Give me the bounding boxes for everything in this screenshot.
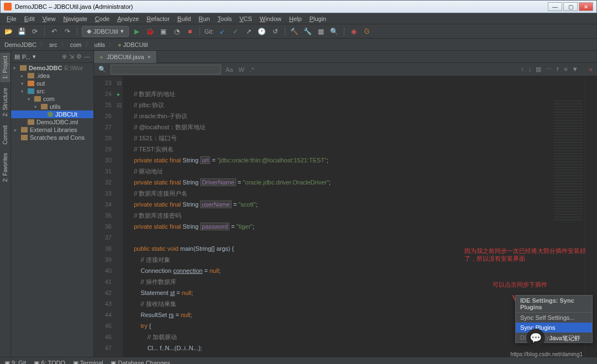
- git-update-icon[interactable]: ↙: [217, 27, 227, 36]
- side-tab-1: Project[interactable]: 1: Project: [1, 53, 10, 82]
- close-find-icon[interactable]: ×: [589, 66, 593, 73]
- find-opt-W[interactable]: W: [238, 66, 244, 73]
- find-input[interactable]: [111, 65, 221, 75]
- code-overview: [554, 101, 583, 222]
- project-tree[interactable]: ▾DemoJDBC E:\Wor▸.idea▾out▾src▾com▾utils…: [11, 63, 93, 143]
- pin-icon[interactable]: ⫯: [556, 66, 559, 73]
- menu-help[interactable]: Help: [286, 14, 305, 23]
- find-opt-Aa[interactable]: Aa: [226, 66, 233, 73]
- project-view-icon[interactable]: ▤: [14, 53, 20, 60]
- find-bar: 🔍 AaW.* ↑ ↓ ▥ ⋯ ⫯ ≡ ▼ ×: [94, 63, 597, 76]
- undo-icon[interactable]: ↶: [49, 27, 59, 36]
- menu-window[interactable]: Window: [256, 14, 285, 23]
- plugin1-icon[interactable]: ◉: [349, 27, 359, 36]
- tree-item-.idea[interactable]: ▸.idea: [11, 72, 93, 80]
- find-opt-.*[interactable]: .*: [250, 66, 254, 73]
- settings-icon[interactable]: 🔧: [303, 27, 313, 36]
- side-tab-Commit[interactable]: Commit: [1, 123, 10, 147]
- menu-code[interactable]: Code: [92, 14, 113, 23]
- search-icon[interactable]: 🔍: [98, 66, 106, 73]
- prev-match-icon[interactable]: ↑: [521, 66, 524, 73]
- crumb-DemoJDBC[interactable]: DemoJDBC: [4, 41, 36, 48]
- context-menu-header: IDE Settings: Sync Plugins: [516, 296, 592, 313]
- side-tab-2: Favorites[interactable]: 2: Favorites: [1, 150, 10, 184]
- structure-icon[interactable]: ▦: [316, 27, 326, 36]
- debug-icon[interactable]: 🐞: [145, 27, 155, 36]
- save-icon[interactable]: 💾: [17, 27, 27, 36]
- tree-item-External Libraries[interactable]: ▸External Libraries: [11, 126, 93, 134]
- profile-icon[interactable]: ◔: [172, 27, 182, 36]
- menu-build[interactable]: Build: [174, 14, 194, 23]
- ctx-item-0[interactable]: Sync Self Settings...: [516, 313, 592, 323]
- menu-plugin[interactable]: Plugin: [306, 14, 330, 23]
- stop-icon[interactable]: ■: [185, 27, 195, 36]
- hide-icon[interactable]: —: [84, 53, 90, 60]
- plugin2-icon[interactable]: G: [362, 27, 372, 36]
- tree-item-DemoJDBC.iml[interactable]: DemoJDBC.iml: [11, 118, 93, 126]
- locate-icon[interactable]: ⊕: [62, 53, 67, 60]
- close-button[interactable]: ✕: [579, 2, 593, 11]
- tool-tab-9: Git[interactable]: ▣ 9: Git: [4, 360, 26, 364]
- crumb-com[interactable]: com: [70, 41, 82, 48]
- search-icon[interactable]: 🔍: [329, 27, 339, 36]
- menu-vcs[interactable]: VCS: [236, 14, 255, 23]
- refresh-icon[interactable]: ⟳: [30, 27, 40, 36]
- ctx-item-2[interactable]: Disable Sync...: [516, 333, 592, 342]
- tree-root[interactable]: ▾DemoJDBC E:\Wor: [11, 64, 93, 72]
- redo-icon[interactable]: ↷: [62, 27, 72, 36]
- project-view-label[interactable]: P...: [22, 54, 30, 60]
- run-icon[interactable]: ▶: [132, 27, 142, 36]
- project-header: ▤ P... ▾ ⊕ ⇲ ⚙ —: [11, 51, 93, 63]
- breadcrumb: DemoJDBC〉src〉com〉utils〉● JDBCUtil: [0, 39, 597, 51]
- next-match-icon[interactable]: ↓: [528, 66, 532, 73]
- gear-icon[interactable]: ⚙: [76, 53, 82, 60]
- file-tab[interactable]: ● JDBCUtil.java ×: [94, 51, 157, 63]
- menu-view[interactable]: View: [39, 14, 59, 23]
- tree-item-utils[interactable]: ▾utils: [11, 103, 93, 110]
- run-config-label: JDBCUtil: [93, 28, 118, 35]
- project-tool-window: ▤ P... ▾ ⊕ ⇲ ⚙ — ▾DemoJDBC E:\Wor▸.idea▾…: [11, 51, 94, 357]
- git-rollback-icon[interactable]: ↺: [270, 27, 280, 36]
- maximize-button[interactable]: ▢: [563, 2, 578, 11]
- tree-item-JDBCUt[interactable]: JDBCUt: [11, 110, 93, 118]
- run-config-select[interactable]: ◆ JDBCUtil ▾: [82, 26, 129, 37]
- git-commit-icon[interactable]: ✓: [231, 27, 240, 36]
- menu-refactor[interactable]: Refactor: [143, 14, 173, 23]
- tree-item-out[interactable]: ▾out: [11, 80, 93, 87]
- tree-item-Scratches and Cons[interactable]: Scratches and Cons: [11, 134, 93, 141]
- funnel-icon[interactable]: ▼: [572, 66, 578, 73]
- chevron-down-icon[interactable]: ▾: [33, 53, 36, 60]
- window-title: DemoJDBC – JDBCUtil.java (Administrator): [15, 3, 548, 10]
- menu-navigate[interactable]: Navigate: [60, 14, 90, 23]
- ctx-item-1[interactable]: Sync Plugins: [516, 323, 592, 333]
- tree-item-src[interactable]: ▾src: [11, 87, 93, 95]
- settings-icon[interactable]: ≡: [564, 66, 567, 73]
- chevron-down-icon: ▾: [121, 28, 124, 35]
- open-icon[interactable]: 📂: [3, 27, 13, 36]
- tool-tab-6: TODO[interactable]: ▣ 6: TODO: [34, 360, 65, 364]
- close-tab-icon[interactable]: ×: [148, 54, 151, 60]
- git-history-icon[interactable]: 🕐: [257, 27, 267, 36]
- coverage-icon[interactable]: ▣: [159, 27, 169, 36]
- tool-tab-Terminal[interactable]: ▣ Terminal: [73, 360, 103, 364]
- crumb-utils[interactable]: utils: [95, 41, 106, 48]
- menu-tools[interactable]: Tools: [214, 14, 235, 23]
- annotation-text-2: 可以点击同步下插件: [493, 281, 547, 289]
- side-tab-2: Structure[interactable]: 2: Structure: [1, 85, 10, 119]
- tree-item-com[interactable]: ▾com: [11, 95, 93, 103]
- menu-run[interactable]: Run: [195, 14, 213, 23]
- crumb-src[interactable]: src: [49, 41, 57, 48]
- menu-analyze[interactable]: Analyze: [114, 14, 142, 23]
- minimize-button[interactable]: —: [548, 2, 562, 11]
- collapse-icon[interactable]: ⇲: [69, 53, 74, 60]
- hammer-icon[interactable]: 🔨: [290, 27, 300, 36]
- git-push-icon[interactable]: ↗: [244, 27, 254, 36]
- tool-tab-Database Changes[interactable]: ▣ Database Changes: [111, 360, 170, 364]
- more-icon[interactable]: ⋯: [546, 66, 552, 73]
- filter-icon[interactable]: ▥: [536, 66, 541, 73]
- menu-edit[interactable]: Edit: [21, 14, 38, 23]
- app-icon: [4, 3, 12, 10]
- menu-file[interactable]: File: [3, 14, 20, 23]
- bottom-tool-tabs: ▣ 9: Git▣ 6: TODO▣ Terminal▣ Database Ch…: [0, 357, 597, 364]
- crumb-JDBCUtil[interactable]: ● JDBCUtil: [118, 41, 148, 48]
